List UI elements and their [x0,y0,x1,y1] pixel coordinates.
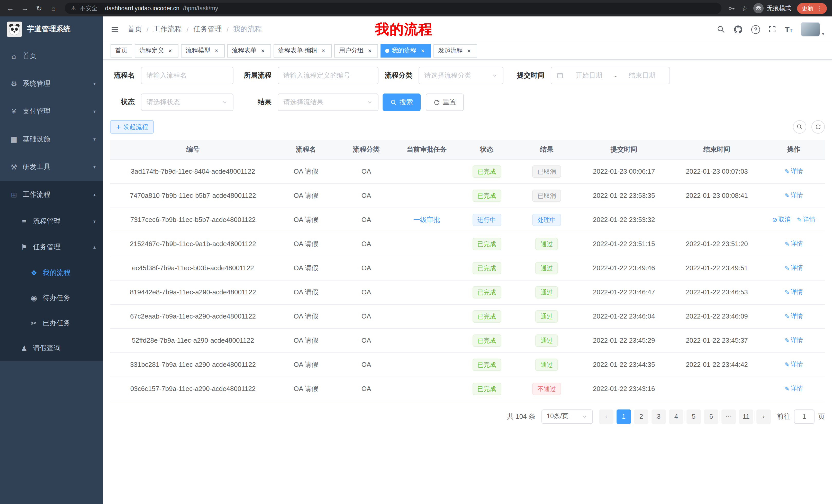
sidebar-item-infrastructure[interactable]: ▦基础设施▾ [0,125,103,153]
cell-actions: ⊘取消✎详情 [762,207,825,232]
cell-result: 通过 [517,353,577,376]
reset-button[interactable]: 重置 [426,93,464,111]
close-icon[interactable]: × [213,47,220,54]
detail-link[interactable]: ✎详情 [784,263,803,272]
breadcrumb-item[interactable]: 工作流程 [153,25,182,34]
toggle-search-button[interactable] [793,120,806,134]
avatar-caret-icon: ▾ [822,31,824,36]
status-select[interactable]: 请选择状态 [141,93,233,111]
current-task-link[interactable]: 一级审批 [413,216,440,223]
sidebar-toggle-icon[interactable] [110,25,119,34]
cell-status: 已完成 [457,280,517,304]
page-button-2[interactable]: 2 [634,409,648,424]
sidebar-item-system-management[interactable]: ⚙系统管理▾ [0,70,103,97]
tab-my-process[interactable]: 我的流程× [381,44,431,57]
font-size-icon[interactable]: TT [785,25,793,33]
next-page-button[interactable]: › [756,409,771,424]
detail-link[interactable]: ✎详情 [784,336,803,345]
tab-process-definition[interactable]: 流程定义× [135,44,178,57]
close-icon[interactable]: × [320,47,327,54]
browser-home-button[interactable]: ⌂ [48,4,59,12]
todo-eye-icon: ◉ [30,293,38,302]
close-icon[interactable]: × [259,47,266,54]
cell-actions: ✎详情 [762,159,825,184]
breadcrumb-separator: / [227,25,229,33]
browser-menu-icon[interactable]: ⋮ [816,5,822,12]
cell-id: 03c6c157-7b9a-11ec-a290-acde48001122 [110,376,276,401]
app-logo[interactable]: 芋道管理系统 [0,17,103,42]
page-size-select[interactable]: 10条/页 [542,409,593,424]
submit-time-range-picker[interactable]: 开始日期 - 结束日期 [551,67,670,84]
my-process-icon: ❖ [30,269,38,277]
detail-link[interactable]: ✎详情 [784,360,803,369]
incognito-profile[interactable]: 无痕模式 [753,3,791,13]
detail-link[interactable]: ✎详情 [784,191,803,200]
sidebar-item-todo-tasks[interactable]: ◉待办任务 [0,285,103,310]
detail-icon: ✎ [784,264,789,272]
navbar-actions: ? TT ▾ [717,22,824,36]
browser-reload-button[interactable]: ↻ [34,4,44,12]
tab-process-form[interactable]: 流程表单× [227,44,271,57]
page-button-1[interactable]: 1 [617,409,631,424]
search-icon[interactable] [717,25,725,33]
browser-forward-button[interactable]: → [20,4,30,12]
page-buttons: ‹123456···11› [599,409,771,424]
detail-link[interactable]: ✎详情 [784,288,803,297]
bookmark-star-icon[interactable]: ☆ [742,4,748,12]
breadcrumb-separator: / [147,25,149,33]
sidebar-item-done-tasks[interactable]: ✂已办任务 [0,310,103,335]
tab-user-group[interactable]: 用户分组× [334,44,378,57]
browser-back-button[interactable]: ← [5,4,16,12]
docs-help-icon[interactable]: ? [751,25,760,34]
sidebar-item-home[interactable]: ⌂首页 [0,42,103,70]
jump-page-input[interactable]: 1 [794,409,814,424]
page-button-6[interactable]: 6 [704,409,718,424]
cancel-link[interactable]: ⊘取消 [772,215,790,224]
browser-update-button[interactable]: 更新 ⋮ [797,3,827,13]
tab-process-model[interactable]: 流程模型× [181,44,225,57]
filter-row-1: 流程名 请输入流程名 所属流程 请输入流程定义的编号 流程分类 [110,67,825,84]
page-button-3[interactable]: 3 [651,409,666,424]
result-badge: 不通过 [532,383,561,395]
sidebar-item-label: 流程管理 [33,217,89,226]
page-button-4[interactable]: 4 [669,409,683,424]
password-key-icon[interactable] [728,4,736,12]
tab-start-process[interactable]: 发起流程× [434,44,477,57]
category-select[interactable]: 请选择流程分类 [419,67,503,84]
address-bar[interactable]: ⚠ 不安全 dashboard.yudao.iocoder.cn/bpm/tas… [65,3,722,14]
user-avatar[interactable]: ▾ [801,22,824,36]
detail-link[interactable]: ✎详情 [784,240,803,248]
process-definition-input[interactable]: 请输入流程定义的编号 [278,67,379,84]
page-button-5[interactable]: 5 [686,409,701,424]
tab-home[interactable]: 首页 [110,44,132,57]
page-button-11[interactable]: 11 [739,409,753,424]
close-icon[interactable]: × [419,47,426,54]
refresh-table-button[interactable] [811,120,825,134]
tab-process-form-edit[interactable]: 流程表单-编辑× [274,44,332,57]
sidebar-item-dev-tools[interactable]: ⚒研发工具▾ [0,153,103,181]
detail-link[interactable]: ✎详情 [797,215,815,224]
detail-link[interactable]: ✎详情 [784,167,803,176]
sidebar-item-process-management[interactable]: ≡流程管理▾ [0,208,103,234]
breadcrumb-item[interactable]: 首页 [128,25,142,34]
github-icon[interactable] [733,24,743,34]
fullscreen-icon[interactable] [768,25,777,33]
close-icon[interactable]: × [465,47,473,54]
process-name-input[interactable]: 请输入流程名 [141,67,233,84]
sidebar-item-leave-query[interactable]: ♟请假查询 [0,335,103,361]
close-icon[interactable]: × [366,47,373,54]
cell-id: 819442e8-7b9a-11ec-a290-acde48001122 [110,280,276,304]
create-process-button[interactable]: 发起流程 [110,120,154,134]
sidebar-item-payment-management[interactable]: ¥支付管理▾ [0,97,103,125]
sidebar-item-task-management[interactable]: ⚑任务管理▴ [0,234,103,260]
detail-link[interactable]: ✎详情 [784,384,803,393]
detail-link[interactable]: ✎详情 [784,312,803,320]
close-icon[interactable]: × [166,47,174,54]
sidebar-item-workflow[interactable]: ⊞工作流程▴ [0,181,103,208]
sidebar-item-my-process[interactable]: ❖我的流程 [0,260,103,285]
breadcrumb-item[interactable]: 任务管理 [193,25,222,34]
search-button[interactable]: 搜索 [383,93,421,111]
prev-page-button[interactable]: ‹ [599,409,614,424]
result-select[interactable]: 请选择流结果 [278,93,379,111]
more-pages-button[interactable]: ··· [722,409,736,424]
